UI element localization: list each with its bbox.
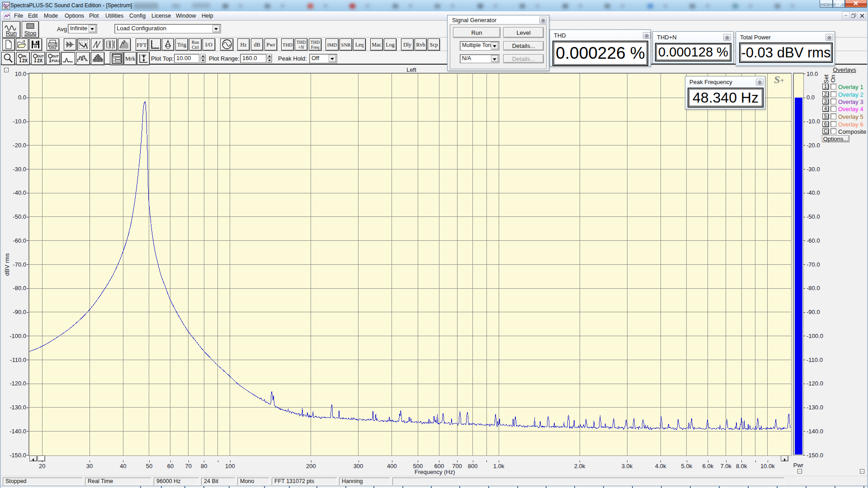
- svg-text:FULL: FULL: [52, 59, 59, 63]
- svg-text:Run: Run: [6, 30, 17, 37]
- svg-text:2X: 2X: [22, 58, 28, 63]
- svg-text:2X: 2X: [37, 58, 43, 63]
- svg-text:OUT: OUT: [52, 55, 59, 58]
- svg-text:Stop: Stop: [24, 30, 37, 37]
- svg-text:IN: IN: [23, 54, 26, 58]
- svg-text:SC: SC: [4, 6, 9, 9]
- svg-text:OUT: OUT: [37, 55, 44, 58]
